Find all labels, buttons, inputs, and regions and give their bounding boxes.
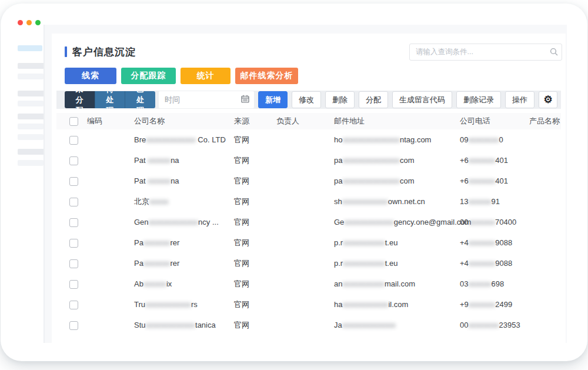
cell-text-visible: Bre [134,135,146,144]
cell-text-redacted: xxxxxxx [469,238,496,247]
row-checkbox[interactable] [69,321,78,330]
cell-text-visible: 401 [495,176,508,185]
leads-table: 编码公司名称来源负责人邮件地址公司电话产品名称 Brexxxxxxxxxxxxx… [56,113,561,335]
toolbar-button-删除记录[interactable]: 删除记录 [456,91,501,108]
cell-company: Pat xxxxxxna [134,150,234,171]
cell-text-visible: 00 [460,321,468,329]
table-header-row: 编码公司名称来源负责人邮件地址公司电话产品名称 [56,113,561,129]
cell-text-redacted: xxxxxxxxxxxxx [344,218,394,226]
search-input[interactable] [410,48,546,56]
cell-text-redacted: xxxxxxxxxxxxx [149,218,199,226]
cell-phone: 09xxxxxxxx0 [460,129,529,150]
row-checkbox[interactable] [69,177,78,186]
cell-text-redacted: xxxxx [149,197,169,206]
tab-3[interactable]: 统计 [181,68,230,84]
row-checkbox[interactable] [69,156,78,165]
cell-checkbox [56,253,82,274]
cell-text-visible: Pat [134,176,148,185]
search-icon[interactable] [546,48,562,56]
close-button[interactable] [18,20,23,25]
sidebar-placeholder-item [18,134,44,140]
zoom-button[interactable] [35,20,41,25]
table-row[interactable]: Paxxxxxxxrer官网p.rxxxxxxxxxxxt.eu+4xxxxxx… [56,232,561,253]
segment-未分配[interactable]: 未分配 [65,91,95,108]
table-row[interactable]: 北京xxxxx官网shxxxxxxxxxxxxown.net.cn13xxxxx… [56,191,561,212]
cell-text-visible: t.eu [385,259,398,268]
column-header: 产品名称 [529,113,561,129]
cell-code [82,212,134,232]
cell-text-visible: Co. LTD [196,135,226,144]
cell-source: 官网 [234,232,276,253]
sidebar-placeholder-item [18,114,46,119]
cell-checkbox [56,232,82,253]
row-checkbox[interactable] [69,301,78,309]
cell-text-visible: own.net.cn [388,197,425,206]
cell-text-redacted: xxxxxxxx [468,135,499,144]
cell-code [82,150,134,171]
toolbar-button-生成留言代码[interactable]: 生成留言代码 [392,91,452,108]
table-row[interactable]: Truxxxxxxxxxxxxrs官网haxxxxxxxxxxxxil.com+… [56,294,561,315]
status-segmented-control: 未分配待处理已处理 [65,91,155,108]
cell-owner [276,232,334,253]
row-checkbox[interactable] [69,218,78,227]
cell-product [529,274,561,294]
cell-text-redacted: xxxxxx [468,197,491,206]
cell-text-visible: +4 [460,238,469,247]
search-box [409,44,562,61]
row-checkbox[interactable] [69,136,78,145]
settings-gear-icon[interactable]: ⚙ [539,91,557,108]
table-row[interactable]: Brexxxxxxxxxxxxx Co. LTD官网hoxxxxxxxxxxxx… [56,129,561,150]
cell-text-visible: rs [191,300,198,309]
toolbar-button-新增[interactable]: 新增 [258,91,288,108]
table-row[interactable]: Pat xxxxxxna官网paxxxxxxxxxxxxxxxcom+6xxxx… [56,150,561,171]
cell-owner [276,294,334,315]
table-row[interactable]: Pat xxxxxxna官网paxxxxxxxxxxxxxxxcom+6xxxx… [56,171,561,191]
sidebar-placeholder-item [18,63,46,69]
cell-text-redacted: xxxxxxxxxxxx [342,197,388,206]
sidebar-placeholder-item [18,101,44,106]
table-row[interactable]: Paxxxxxxxrer官网p.rxxxxxxxxxxxt.eu+4xxxxxx… [56,253,561,274]
column-header: 公司电话 [460,113,529,129]
cell-company: Truxxxxxxxxxxxxrs [134,294,234,315]
cell-company: 北京xxxxx [134,191,234,212]
row-checkbox[interactable] [69,198,78,206]
calendar-icon[interactable] [241,95,249,105]
cell-text-visible: Pa [134,259,143,268]
cell-text-redacted: xxxxxxx [469,300,496,309]
table-row[interactable]: Genxxxxxxxxxxxxxncy ...官网Gexxxxxxxxxxxxx… [56,212,561,232]
cell-text-visible: com [400,176,415,185]
column-header: 负责人 [276,113,334,129]
date-input[interactable] [163,95,241,105]
minimize-button[interactable] [26,20,32,25]
segment-待处理[interactable]: 待处理 [95,91,125,108]
toolbar-button-操作[interactable]: 操作 [505,91,534,108]
toolbar-button-删除[interactable]: 删除 [325,91,355,108]
select-all-checkbox[interactable] [69,117,78,126]
table-row[interactable]: Abxxxxxxix官网anxxxxxxxxxxxmail.com03xxxxx… [56,274,561,294]
cell-text-redacted: xxxxxxxxxxxxxxx [342,176,400,185]
cell-email: anxxxxxxxxxxxmail.com [334,274,460,294]
cell-owner [276,253,334,274]
cell-product [529,150,561,171]
row-checkbox[interactable] [69,259,78,268]
tab-1[interactable]: 线索 [65,68,116,84]
table-row[interactable]: Stuxxxxxxxxxxxxxtanica官网Jaxxxxxxxxxxxxxx… [56,315,561,335]
tab-4[interactable]: 邮件线索分析 [235,68,298,84]
toolbar-button-分配[interactable]: 分配 [359,91,388,108]
cell-company: Paxxxxxxxrer [134,232,234,253]
cell-text-visible: ho [334,135,342,144]
cell-code [82,274,134,294]
row-checkbox[interactable] [69,239,78,248]
cell-source: 官网 [234,315,276,335]
cell-text-visible: Ja [334,321,342,329]
cell-owner [276,191,334,212]
segment-已处理[interactable]: 已处理 [125,91,155,108]
toolbar-button-修改[interactable]: 修改 [292,91,321,108]
content-card: 客户信息沉淀 线索分配跟踪统计邮件线索分析 未分配待处理已处理 [52,34,566,343]
cell-text-visible: ntag.com [400,135,431,144]
tab-2[interactable]: 分配跟踪 [121,68,176,84]
action-buttons: 新增修改删除分配生成留言代码删除记录操作⚙ [254,91,557,108]
row-checkbox[interactable] [69,280,78,289]
cell-company: Stuxxxxxxxxxxxxxtanica [134,315,234,335]
cell-email: paxxxxxxxxxxxxxxxcom [334,171,460,191]
